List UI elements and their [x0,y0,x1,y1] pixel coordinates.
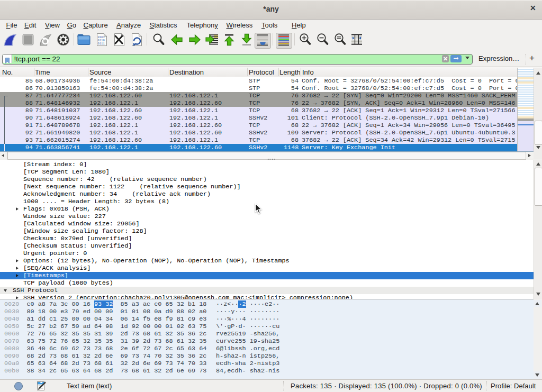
svg-text:0111: 0111 [98,42,105,45]
